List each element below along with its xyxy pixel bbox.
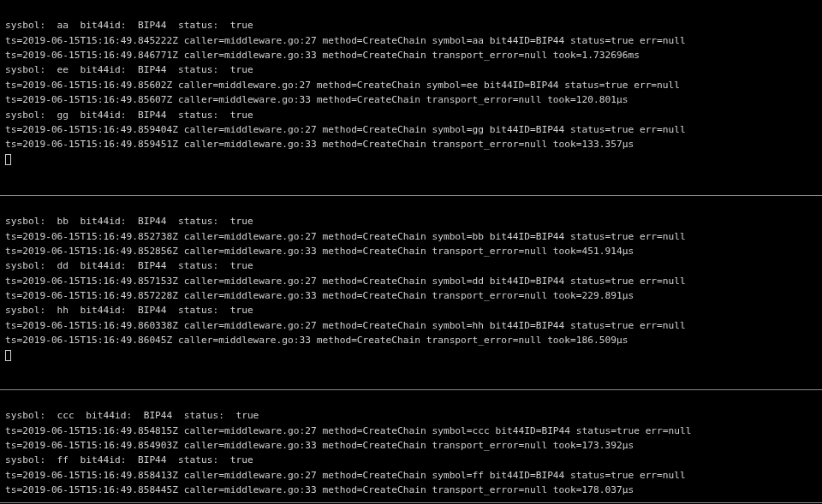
terminal-pane-2[interactable]: sysbol: bb bit44id: BIP44 status: true t… [0, 196, 822, 368]
cursor-icon [5, 154, 11, 165]
log-line: ts=2019-06-15T15:16:49.858413Z caller=mi… [5, 470, 686, 481]
log-line: sysbol: ee bit44id: BIP44 status: true [5, 64, 253, 75]
log-line: ts=2019-06-15T15:16:49.854815Z caller=mi… [5, 425, 692, 436]
cursor-icon [5, 350, 11, 361]
log-line: ts=2019-06-15T15:16:49.859404Z caller=mi… [5, 124, 686, 135]
log-line: sysbol: hh bit44id: BIP44 status: true [5, 305, 253, 316]
log-line: ts=2019-06-15T15:16:49.845222Z caller=mi… [5, 35, 686, 46]
log-line: sysbol: aa bit44id: BIP44 status: true [5, 20, 253, 31]
log-line: sysbol: ff bit44id: BIP44 status: true [5, 454, 253, 465]
log-line: ts=2019-06-15T15:16:49.85607Z caller=mid… [5, 94, 628, 105]
log-line: ts=2019-06-15T15:16:49.857228Z caller=mi… [5, 290, 634, 301]
log-line: ts=2019-06-15T15:16:49.860338Z caller=mi… [5, 320, 686, 331]
log-line: sysbol: dd bit44id: BIP44 status: true [5, 260, 253, 271]
log-line: sysbol: ccc bit44id: BIP44 status: true [5, 410, 259, 421]
terminal-pane-1[interactable]: sysbol: aa bit44id: BIP44 status: true t… [0, 0, 822, 172]
log-line: ts=2019-06-15T15:16:49.858445Z caller=mi… [5, 484, 634, 495]
pane-gap [0, 368, 822, 389]
log-line: ts=2019-06-15T15:16:49.86045Z caller=mid… [5, 335, 628, 346]
terminal-pane-3[interactable]: sysbol: ccc bit44id: BIP44 status: true … [0, 390, 822, 503]
log-line: sysbol: bb bit44id: BIP44 status: true [5, 216, 253, 227]
pane-gap [0, 172, 822, 195]
log-line: ts=2019-06-15T15:16:49.859451Z caller=mi… [5, 139, 634, 150]
log-line: ts=2019-06-15T15:16:49.852856Z caller=mi… [5, 246, 634, 257]
log-line: ts=2019-06-15T15:16:49.846771Z caller=mi… [5, 50, 640, 61]
log-line: ts=2019-06-15T15:16:49.85602Z caller=mid… [5, 80, 680, 91]
log-line: sysbol: gg bit44id: BIP44 status: true [5, 110, 253, 121]
log-line: ts=2019-06-15T15:16:49.852738Z caller=mi… [5, 231, 686, 242]
log-line: ts=2019-06-15T15:16:49.854903Z caller=mi… [5, 440, 634, 451]
log-line: ts=2019-06-15T15:16:49.857153Z caller=mi… [5, 276, 686, 287]
